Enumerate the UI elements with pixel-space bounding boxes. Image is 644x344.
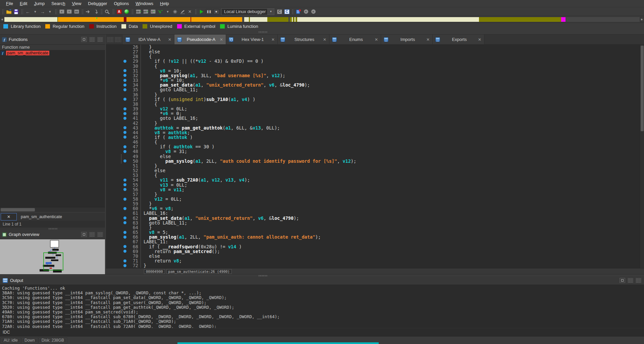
panel-splitter[interactable] — [0, 228, 105, 230]
close-tab-icon[interactable]: ✕ — [168, 37, 171, 42]
breakpoint-gutter[interactable] — [106, 197, 128, 201]
close-panel-icon[interactable] — [97, 232, 103, 237]
code-token[interactable]: , — [201, 82, 206, 88]
statement-dot-icon[interactable] — [123, 84, 126, 87]
pseudocode-line[interactable]: 27 else — [106, 49, 644, 54]
code-token[interactable]: = 31; — [171, 149, 187, 154]
statement-dot-icon[interactable] — [123, 74, 126, 77]
breakpoint-gutter[interactable] — [106, 168, 128, 173]
menu-debugger[interactable]: Debugger — [85, 0, 110, 7]
breakpoint-gutter[interactable] — [106, 220, 128, 225]
code-token[interactable]: , — [220, 177, 225, 183]
close-tab-button[interactable]: ✕ — [1, 213, 17, 220]
navband-segment[interactable] — [124, 17, 126, 22]
code-token[interactable]: ); — [293, 215, 299, 221]
forward-history-icon[interactable]: ▼ — [46, 8, 54, 15]
code-token[interactable]: = — [165, 187, 173, 192]
splitter-handle[interactable] — [258, 275, 268, 277]
code-token[interactable]: == 30 ) — [193, 144, 214, 149]
scrollbar-thumb[interactable] — [1, 208, 35, 211]
code-text[interactable]: if ( authtok == 30 ) — [141, 144, 214, 149]
variable-token[interactable]: v12 — [342, 158, 351, 164]
tab-ida-view-a[interactable]: IDA View-A✕ — [123, 35, 174, 44]
string-token[interactable]: "unix_setcred_return" — [206, 82, 264, 88]
statement-dot-icon[interactable] — [123, 179, 126, 182]
code-text[interactable]: goto LABEL_16; — [141, 116, 198, 120]
pseudocode-line[interactable]: 72} — [106, 263, 644, 268]
code-text[interactable]: else — [141, 168, 165, 173]
statement-dot-icon[interactable] — [123, 198, 126, 201]
pseudocode-line[interactable]: 60 *v6 = v8; — [106, 206, 644, 211]
pseudocode-line[interactable]: 57 } — [106, 192, 644, 197]
code-text[interactable]: v8 = v11; — [141, 187, 184, 192]
function-token[interactable]: sub_71A0 — [206, 97, 228, 102]
tab-enums[interactable]: Enums✕ — [329, 35, 381, 44]
statement-dot-icon[interactable] — [123, 150, 126, 153]
statement-dot-icon[interactable] — [123, 221, 126, 224]
pseudocode-line[interactable]: 63 goto LABEL_11; — [106, 220, 644, 225]
code-text[interactable]: else — [141, 254, 160, 258]
statement-dot-icon[interactable] — [123, 250, 126, 253]
pseudocode-line[interactable]: 37 if ( (unsigned int)sub_71A0(a1, v4) ) — [106, 97, 644, 102]
jump-to-segment-icon[interactable]: 101 — [73, 8, 80, 15]
pseudocode-line[interactable]: 64 } — [106, 225, 644, 230]
code-token[interactable]: , — [264, 82, 269, 88]
pseudocode-line[interactable]: 65 v8 = 5; — [106, 230, 644, 235]
code-text[interactable]: v8 = authtok; — [141, 130, 190, 135]
variable-token[interactable]: v8 — [160, 187, 165, 192]
code-token[interactable]: , 2LL, — [201, 158, 220, 164]
breakpoint-gutter[interactable] — [106, 211, 128, 215]
menu-file[interactable]: File — [3, 0, 16, 7]
pseudocode-line[interactable]: 34 pam_set_data(a1, "unix_setcred_return… — [106, 83, 644, 87]
code-text[interactable]: if ( (unsigned int)sub_71A0(a1, v4) ) — [141, 97, 255, 102]
breakpoint-gutter[interactable] — [106, 225, 128, 230]
splitter-handle[interactable] — [48, 228, 58, 230]
code-text[interactable]: } — [141, 163, 157, 168]
edit-function-icon[interactable] — [179, 8, 186, 15]
breakpoint-gutter[interactable] — [106, 126, 128, 130]
code-token[interactable]: = 0LL; — [163, 196, 182, 202]
breakpoint-gutter[interactable] — [106, 244, 128, 249]
breakpoint-gutter[interactable] — [106, 78, 128, 83]
code-token[interactable]: ); — [245, 177, 250, 183]
breakpoint-gutter[interactable] — [106, 149, 128, 154]
statement-dot-icon[interactable] — [123, 69, 126, 72]
pseudocode-line[interactable]: 70 else — [106, 254, 644, 258]
navband-segment[interactable] — [58, 17, 242, 22]
pseudocode-line[interactable]: 31 v8 = 10; — [106, 68, 644, 73]
breakpoint-gutter[interactable] — [106, 254, 128, 258]
variable-token[interactable]: v14 — [228, 244, 236, 249]
command-line-input[interactable] — [13, 329, 641, 335]
stop-process-icon[interactable]: ■ — [213, 8, 220, 15]
functions-list[interactable]: fpam_sm_authenticate — [0, 50, 105, 207]
close-tab-icon[interactable]: ✕ — [478, 37, 481, 42]
navband-segment[interactable] — [244, 17, 267, 22]
code-text[interactable]: } — [141, 201, 152, 206]
tab-imports[interactable]: Imports✕ — [381, 35, 433, 44]
close-panel-icon[interactable] — [97, 37, 103, 42]
abort-icon[interactable]: A — [115, 8, 123, 15]
pseudocode-line[interactable]: 68 if ( __readfsqword(0x28u) != v14 ) — [106, 244, 644, 249]
functions-column-header[interactable]: Function name — [0, 45, 105, 50]
breakpoint-gutter[interactable] — [106, 263, 128, 268]
functions-bottom-tab-label[interactable]: pam_sm_authenticate — [21, 214, 62, 219]
code-token[interactable]: ) — [204, 97, 206, 102]
code-text[interactable]: v8 = 31; — [141, 149, 187, 154]
code-token[interactable]: , 0LL); — [261, 125, 280, 131]
make-string-menu-icon[interactable]: ▼ — [164, 8, 171, 15]
code-text[interactable]: return pam_sm_setcred(); — [141, 249, 220, 254]
chevron-down-icon[interactable]: ▼ — [267, 9, 274, 15]
menu-search[interactable]: Search — [48, 0, 68, 7]
statement-dot-icon[interactable] — [123, 117, 126, 120]
breakpoint-gutter[interactable] — [106, 201, 128, 206]
code-text[interactable]: v8 = 5; — [141, 230, 168, 235]
pseudocode-line[interactable]: 62 pam_set_data(a1, "unix_setcred_return… — [106, 216, 644, 220]
variable-token[interactable]: v12 — [198, 58, 206, 64]
make-data-icon[interactable]: DAT+ — [142, 8, 149, 15]
restore-panel-icon[interactable] — [81, 232, 87, 237]
code-text[interactable]: else — [141, 49, 160, 54]
toolbar-handle[interactable] — [112, 9, 114, 15]
pseudocode-line[interactable]: 44 v8 = authtok; — [106, 130, 644, 135]
statement-dot-icon[interactable] — [123, 231, 126, 234]
code-text[interactable]: } — [141, 263, 146, 268]
